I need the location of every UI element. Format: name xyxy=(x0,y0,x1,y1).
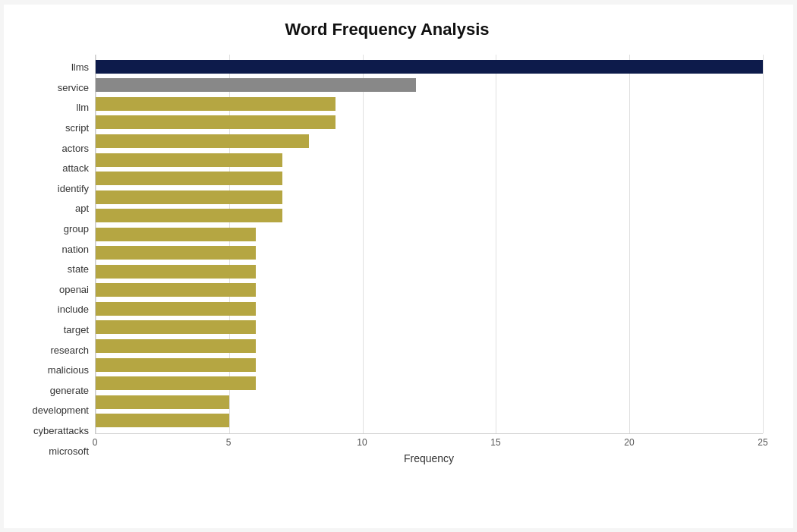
bar-openai xyxy=(96,265,256,279)
chart-title: Word Frequency Analysis xyxy=(11,20,763,39)
bar-apt xyxy=(96,190,282,204)
bar-generate xyxy=(96,358,256,372)
bar-row xyxy=(96,375,763,392)
bar-row xyxy=(96,394,763,411)
bar-row xyxy=(96,357,763,373)
x-axis-label: Frequency xyxy=(404,452,454,464)
y-label: malicious xyxy=(48,360,89,380)
y-label: generate xyxy=(50,380,89,401)
bar-llm xyxy=(96,97,335,111)
bar-cyberattacks xyxy=(96,395,229,409)
bar-row xyxy=(96,170,763,187)
bar-row xyxy=(96,244,763,261)
y-label: group xyxy=(64,219,89,239)
y-label: identify xyxy=(58,178,89,199)
x-tick: 20 xyxy=(624,437,634,448)
bar-actors xyxy=(96,134,309,148)
bar-attack xyxy=(96,153,282,167)
x-ticks: 0510152025 xyxy=(95,434,763,449)
bar-row xyxy=(96,96,763,112)
x-tick: 10 xyxy=(357,437,367,448)
y-label: include xyxy=(58,300,89,320)
y-label: state xyxy=(68,259,89,279)
bar-row xyxy=(96,114,763,131)
x-tick: 5 xyxy=(226,437,232,448)
y-label: development xyxy=(33,401,89,421)
bar-microsoft xyxy=(96,414,229,427)
y-label: llm xyxy=(76,98,89,118)
bar-identify xyxy=(96,172,282,185)
y-label: research xyxy=(50,340,89,360)
y-label: nation xyxy=(62,239,89,260)
y-label: attack xyxy=(62,158,89,178)
bar-malicious xyxy=(96,339,256,353)
y-label: apt xyxy=(75,199,89,219)
bar-llms xyxy=(96,60,763,74)
chart-container: Word Frequency Analysis llmsservicellmsc… xyxy=(4,5,793,528)
bar-state xyxy=(96,246,256,260)
bar-row xyxy=(96,412,763,429)
bar-development xyxy=(96,376,256,390)
bars-inner xyxy=(96,55,763,433)
y-label: llms xyxy=(71,58,89,78)
bars-section xyxy=(95,55,763,434)
bar-row xyxy=(96,301,763,317)
bar-research xyxy=(96,320,256,334)
x-tick: 25 xyxy=(758,437,767,448)
bars-and-xaxis: 0510152025 Frequency xyxy=(95,55,763,464)
x-tick: 15 xyxy=(490,437,500,448)
bar-script xyxy=(96,115,335,129)
bar-row xyxy=(96,133,763,150)
bar-row xyxy=(96,189,763,206)
chart-area: llmsservicellmscriptactorsattackidentify… xyxy=(11,55,763,464)
bar-row xyxy=(96,207,763,224)
grid-line xyxy=(763,55,764,433)
y-label: service xyxy=(58,77,89,98)
bar-row xyxy=(96,338,763,354)
bar-row xyxy=(96,77,763,93)
y-label: actors xyxy=(62,138,89,159)
bar-target xyxy=(96,302,256,316)
bar-service xyxy=(96,78,416,92)
y-label: openai xyxy=(59,279,89,300)
bar-row xyxy=(96,282,763,298)
bar-row xyxy=(96,319,763,335)
y-label: script xyxy=(65,118,89,138)
x-tick: 0 xyxy=(93,437,98,448)
x-axis: 0510152025 Frequency xyxy=(95,434,763,464)
bar-row xyxy=(96,58,763,75)
y-label: cyberattacks xyxy=(33,420,89,441)
y-label: target xyxy=(64,320,89,340)
bar-nation xyxy=(96,228,256,241)
bar-include xyxy=(96,283,256,297)
bar-row xyxy=(96,263,763,280)
bar-row xyxy=(96,226,763,243)
y-axis: llmsservicellmscriptactorsattackidentify… xyxy=(11,55,95,464)
y-label: microsoft xyxy=(49,441,89,461)
bar-row xyxy=(96,152,763,168)
bar-group xyxy=(96,209,282,222)
